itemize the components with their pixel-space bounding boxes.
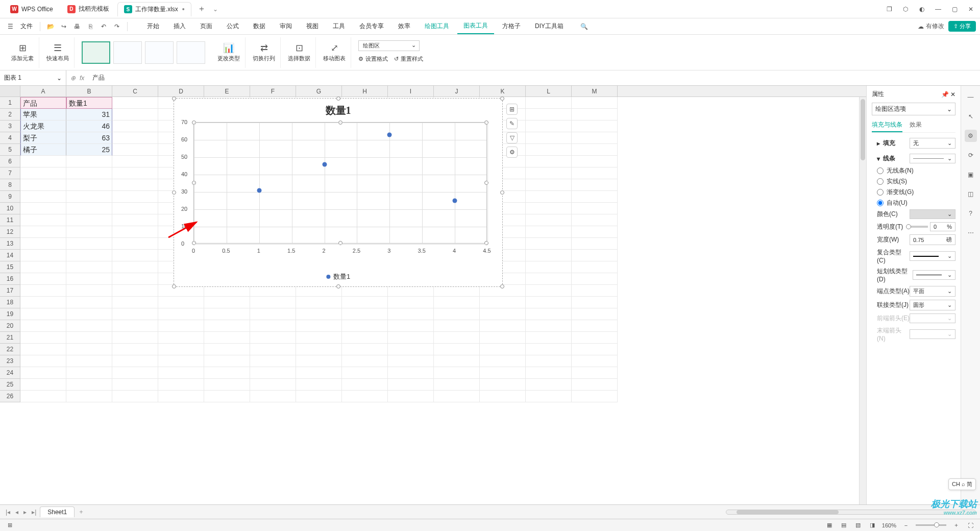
row-header[interactable]: 21 <box>0 332 20 344</box>
col-I[interactable]: I <box>388 86 434 96</box>
cell[interactable] <box>388 367 434 379</box>
search-icon[interactable]: 🔍 <box>578 20 590 33</box>
cell[interactable] <box>388 391 434 402</box>
cell[interactable] <box>526 191 572 203</box>
cell[interactable] <box>526 332 572 344</box>
cell[interactable] <box>572 297 618 308</box>
cell[interactable] <box>434 391 480 402</box>
col-C[interactable]: C <box>112 86 158 96</box>
cell[interactable] <box>480 379 526 391</box>
tab-insert[interactable]: 插入 <box>167 19 192 34</box>
cell[interactable] <box>572 203 618 214</box>
chart-element-select[interactable]: 绘图区选项⌄ <box>872 103 955 115</box>
cell[interactable]: 46 <box>66 120 112 132</box>
undo-icon[interactable]: ↶ <box>97 20 110 33</box>
cell[interactable] <box>250 308 296 320</box>
cell[interactable] <box>526 308 572 320</box>
chart-settings-button[interactable]: ⚙ <box>506 147 518 158</box>
cell[interactable] <box>526 273 572 285</box>
row-header[interactable]: 8 <box>0 179 20 191</box>
tab-data[interactable]: 数据 <box>247 19 272 34</box>
cell[interactable] <box>388 308 434 320</box>
cell[interactable] <box>20 344 66 355</box>
cell[interactable] <box>112 367 158 379</box>
cell[interactable] <box>112 109 158 120</box>
cell[interactable]: 橘子 <box>20 144 66 156</box>
view-layout-icon[interactable]: ▤ <box>839 521 848 530</box>
cell[interactable] <box>572 167 618 179</box>
cell[interactable] <box>480 332 526 344</box>
dash-select[interactable]: ⌄ <box>913 270 955 280</box>
chart-legend[interactable]: 数量1 <box>326 272 350 281</box>
cell[interactable] <box>112 308 158 320</box>
fill-select[interactable]: 无⌄ <box>910 138 955 149</box>
cell[interactable] <box>526 132 572 144</box>
reset-style-button[interactable]: ↺ 重置样式 <box>394 53 423 65</box>
cell[interactable] <box>342 379 388 391</box>
cell[interactable] <box>296 297 342 308</box>
print-icon[interactable]: 🖶 <box>71 20 83 33</box>
chart-area-select[interactable]: 绘图区⌄ <box>358 40 420 51</box>
cell[interactable] <box>296 308 342 320</box>
cell[interactable] <box>296 355 342 367</box>
cell[interactable] <box>66 355 112 367</box>
cell[interactable] <box>526 379 572 391</box>
row-header[interactable]: 10 <box>0 203 20 214</box>
cell[interactable] <box>526 367 572 379</box>
cell[interactable] <box>20 308 66 320</box>
cell[interactable] <box>112 332 158 344</box>
zoom-value[interactable]: 160% <box>882 522 896 528</box>
cell[interactable]: 25 <box>66 144 112 156</box>
cell[interactable] <box>572 238 618 250</box>
cell[interactable] <box>526 391 572 402</box>
tab-member[interactable]: 会员专享 <box>353 19 390 34</box>
row-header[interactable]: 14 <box>0 250 20 261</box>
cell[interactable] <box>480 344 526 355</box>
row-header[interactable]: 17 <box>0 285 20 297</box>
cell[interactable]: 31 <box>66 109 112 120</box>
expand-fill-icon[interactable]: ▸ <box>877 140 880 147</box>
cell[interactable] <box>20 179 66 191</box>
cell[interactable] <box>20 238 66 250</box>
ime-indicator[interactable]: CH ⌕ 简 <box>948 478 976 490</box>
cube-icon[interactable]: ⬡ <box>900 4 911 14</box>
cell[interactable] <box>250 367 296 379</box>
cell[interactable] <box>296 367 342 379</box>
cell[interactable] <box>296 344 342 355</box>
cell[interactable] <box>434 332 480 344</box>
cell[interactable] <box>480 320 526 332</box>
chart-styles-button[interactable]: ✎ <box>506 118 518 129</box>
col-G[interactable]: G <box>296 86 342 96</box>
cell[interactable] <box>112 273 158 285</box>
col-J[interactable]: J <box>434 86 480 96</box>
cell[interactable] <box>20 203 66 214</box>
avatar-icon[interactable]: ◐ <box>917 4 927 14</box>
cell[interactable]: 63 <box>66 132 112 144</box>
cell[interactable] <box>526 120 572 132</box>
reading-mode-icon[interactable]: ◨ <box>868 521 877 530</box>
data-point[interactable] <box>387 132 392 137</box>
cell[interactable] <box>20 167 66 179</box>
cell[interactable] <box>572 144 618 156</box>
cell[interactable] <box>66 179 112 191</box>
cell[interactable] <box>342 367 388 379</box>
tab-chart-tools[interactable]: 图表工具 <box>457 18 494 34</box>
panel-close-icon[interactable]: ✕ <box>950 91 955 98</box>
cell[interactable] <box>434 355 480 367</box>
cell[interactable] <box>66 344 112 355</box>
col-A[interactable]: A <box>20 86 66 96</box>
move-chart-button[interactable]: ⤢ 移动图表 <box>318 37 351 68</box>
sheet-last-icon[interactable]: ▸| <box>30 509 38 516</box>
line-style-select[interactable]: ⌄ <box>910 154 955 163</box>
cell[interactable] <box>572 273 618 285</box>
cell[interactable] <box>158 308 204 320</box>
chart-style-3[interactable] <box>145 41 174 64</box>
zoom-in-icon[interactable]: ＋ <box>951 521 961 530</box>
row-header[interactable]: 15 <box>0 261 20 273</box>
zoom-icon[interactable]: ⊕ <box>70 75 76 82</box>
row-header[interactable]: 6 <box>0 156 20 167</box>
row-header[interactable]: 7 <box>0 167 20 179</box>
join-select[interactable]: 圆形⌄ <box>910 300 955 310</box>
add-sheet-button[interactable]: ＋ <box>77 508 86 516</box>
row-header[interactable]: 18 <box>0 297 20 308</box>
